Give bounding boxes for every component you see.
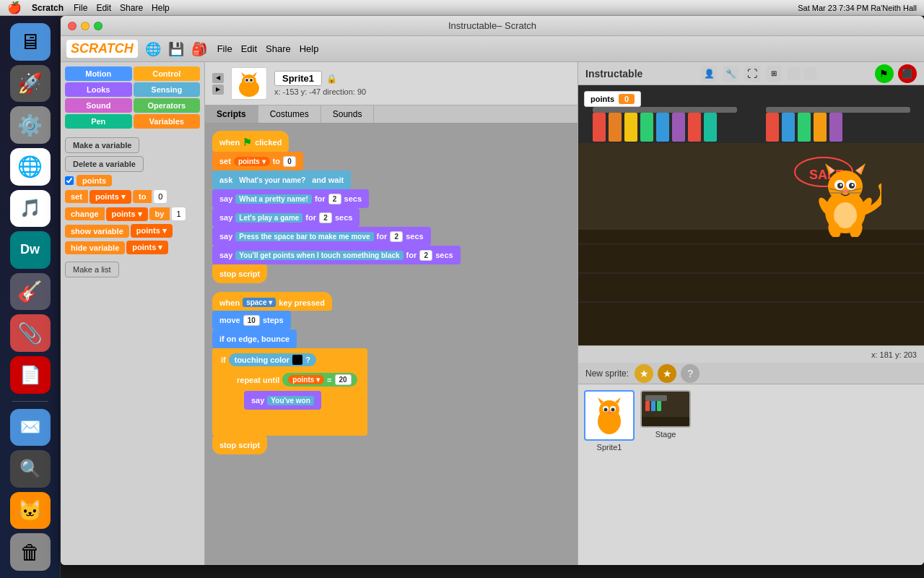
touching-color-condition[interactable]: touching color ? <box>229 353 316 366</box>
question-label: ? <box>305 355 310 364</box>
add-sprite-paint-button[interactable]: ★ <box>658 364 676 383</box>
say1-text[interactable]: What a pretty name! <box>235 194 312 204</box>
set-value[interactable]: 0 <box>153 189 167 204</box>
expand-button[interactable]: ⊞ <box>766 66 782 82</box>
hide-variable-block[interactable]: hide variable points ▾ <box>65 241 200 254</box>
say3-text[interactable]: Press the space bar to make me move <box>235 232 373 241</box>
layout-btn-1[interactable] <box>788 67 801 80</box>
cat-sound[interactable]: Sound <box>65 98 132 113</box>
say2-secs[interactable]: 2 <box>319 212 332 223</box>
bag-icon[interactable]: 🎒 <box>191 41 207 57</box>
wand-button[interactable]: 🔧 <box>723 66 738 82</box>
save-icon[interactable]: 💾 <box>168 41 184 57</box>
cat-operators[interactable]: Operators <box>134 98 201 113</box>
dock-acrobat[interactable]: 📄 <box>10 356 51 394</box>
points-checkbox[interactable] <box>65 176 74 185</box>
menu-help[interactable]: Help <box>300 43 319 54</box>
dock-chrome[interactable]: 🌐 <box>10 148 51 186</box>
stop-2-block[interactable]: stop script <box>212 436 267 454</box>
cat-pen[interactable]: Pen <box>65 114 132 129</box>
dock-dw[interactable]: Dw <box>10 231 51 269</box>
cat-control[interactable]: Control <box>134 66 201 81</box>
set-zero-val[interactable]: 0 <box>283 156 296 167</box>
set-block[interactable]: set points ▾ to 0 <box>65 189 200 204</box>
menu-file[interactable]: File <box>217 43 232 54</box>
add-sprite-star-button[interactable]: ★ <box>635 364 653 383</box>
repeat-header[interactable]: repeat until points ▾ = 20 <box>230 370 365 389</box>
close-button[interactable] <box>68 22 77 30</box>
sprite-name[interactable]: Sprite1 <box>274 71 322 86</box>
say-4-block[interactable]: say You'll get points when I touch somet… <box>212 246 461 264</box>
stage-item[interactable]: Stage <box>640 390 691 452</box>
points-eq-condition[interactable]: points ▾ = 20 <box>282 373 357 387</box>
say-won-block[interactable]: say You've won <box>244 391 321 410</box>
say1-secs-val[interactable]: 2 <box>328 194 341 204</box>
change-block[interactable]: change points ▾ by 1 <box>65 207 200 221</box>
dock-settings[interactable]: ⚙️ <box>10 106 51 144</box>
dock-app4[interactable]: 🔍 <box>10 450 51 488</box>
make-variable-button[interactable]: Make a variable <box>65 137 139 153</box>
cat-motion[interactable]: Motion <box>65 66 132 81</box>
apple-menu[interactable]: 🍎 <box>7 1 22 14</box>
cat-variables[interactable]: Variables <box>134 114 201 129</box>
dock-trash[interactable]: 🗑 <box>10 533 51 571</box>
maximize-button[interactable] <box>94 22 103 30</box>
say2-text[interactable]: Let's play a game <box>235 213 302 223</box>
add-sprite-random-button[interactable]: ? <box>681 364 699 383</box>
when-space-block[interactable]: when space ▾ key pressed <box>212 292 332 311</box>
dock-mail[interactable]: ✉️ <box>10 409 51 447</box>
dock-finder[interactable]: 🖥 <box>10 23 51 61</box>
show-variable-block[interactable]: show variable points ▾ <box>65 224 200 238</box>
dock-launchpad[interactable]: 🚀 <box>10 65 51 103</box>
set-points-block[interactable]: set points ▾ to 0 <box>212 152 303 171</box>
fullscreen-button[interactable]: ⛶ <box>744 66 760 82</box>
person-button[interactable]: 👤 <box>701 66 717 82</box>
dock-app3[interactable]: 📎 <box>10 314 51 352</box>
bounce-block[interactable]: if on edge, bounce <box>212 329 297 348</box>
say4-text[interactable]: You'll get points when I touch something… <box>235 251 403 260</box>
say-2-block[interactable]: say Let's play a game for 2 secs <box>212 208 359 227</box>
menu-share[interactable]: Share <box>120 3 143 13</box>
menu-share[interactable]: Share <box>266 43 291 54</box>
delete-variable-button[interactable]: Delete a variable <box>65 156 144 172</box>
nav-down[interactable]: ▶ <box>212 85 224 95</box>
globe-icon[interactable]: 🌐 <box>145 41 161 57</box>
nav-up[interactable]: ◀ <box>212 73 224 83</box>
menu-edit[interactable]: Edit <box>241 43 257 54</box>
dock-itunes[interactable]: 🎵 <box>10 190 51 228</box>
eq-val[interactable]: 20 <box>335 374 352 385</box>
make-list-button[interactable]: Make a list <box>65 262 119 277</box>
svg-rect-15 <box>640 113 653 142</box>
menu-edit[interactable]: Edit <box>96 3 111 13</box>
say-1-block[interactable]: say What a pretty name! for 2 secs <box>212 189 369 208</box>
stop-1-block[interactable]: stop script <box>212 264 267 283</box>
tab-costumes[interactable]: Costumes <box>258 105 321 123</box>
ask-text[interactable]: What's your name? <box>235 176 309 185</box>
tab-sounds[interactable]: Sounds <box>321 105 375 123</box>
say-won-text[interactable]: You've won <box>267 396 313 405</box>
say4-secs[interactable]: 2 <box>419 250 432 261</box>
move-block[interactable]: move 10 steps <box>212 311 291 329</box>
cat-sensing[interactable]: Sensing <box>134 82 201 97</box>
when-flag-clicked-block[interactable]: when ⚑ clicked <box>212 131 289 152</box>
ask-block[interactable]: ask What's your name? and wait <box>212 171 351 189</box>
layout-btn-2[interactable] <box>803 67 816 80</box>
say-3-block[interactable]: say Press the space bar to make me move … <box>212 227 431 246</box>
move-steps-val[interactable]: 10 <box>243 315 260 326</box>
tab-scripts[interactable]: Scripts <box>205 105 258 123</box>
svg-rect-10 <box>593 107 737 113</box>
stop-button[interactable]: ⬛ <box>898 64 917 83</box>
if-header[interactable]: if touching color ? <box>215 351 365 368</box>
say3-secs[interactable]: 2 <box>390 231 403 242</box>
change-value[interactable]: 1 <box>171 207 186 221</box>
dock-cat[interactable]: 🐱 <box>10 492 51 530</box>
minimize-button[interactable] <box>81 22 90 30</box>
menu-help[interactable]: Help <box>152 3 170 13</box>
green-flag-button[interactable]: ⚑ <box>875 64 894 83</box>
sprite1-item[interactable]: Sprite1 <box>584 390 635 452</box>
space-key-badge[interactable]: space ▾ <box>243 298 276 307</box>
cat-looks[interactable]: Looks <box>65 82 132 97</box>
black-color-swatch[interactable] <box>292 355 302 365</box>
dock-app2[interactable]: 🎸 <box>10 273 51 311</box>
menu-file[interactable]: File <box>74 3 87 13</box>
